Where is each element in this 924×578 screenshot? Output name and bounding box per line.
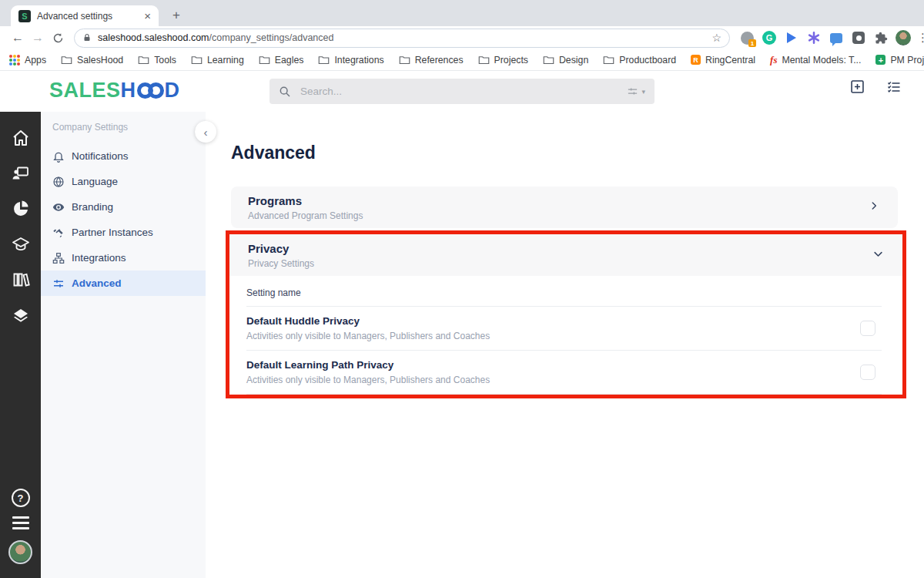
setting-description: Activities only visible to Managers, Pub… xyxy=(246,331,490,341)
bookmark-saleshood[interactable]: SalesHood xyxy=(61,55,123,66)
url-domain: saleshood.saleshood.com xyxy=(98,32,209,43)
folder-icon xyxy=(399,55,410,65)
sidebar-item-partner-instances[interactable]: Partner Instances xyxy=(41,220,206,245)
arrow-extension-icon[interactable] xyxy=(784,30,799,45)
bookmark-apps[interactable]: Apps xyxy=(9,55,46,66)
back-icon[interactable]: ← xyxy=(8,28,28,48)
programs-panel[interactable]: Programs Advanced Program Settings xyxy=(231,187,898,228)
sidebar-item-branding[interactable]: Branding xyxy=(41,194,206,220)
browser-toolbar: ← → saleshood.saleshood.com/company_sett… xyxy=(0,26,924,49)
sitemap-icon xyxy=(52,252,65,264)
forward-icon[interactable]: → xyxy=(28,28,48,48)
column-header-setting-name: Setting name xyxy=(246,276,882,307)
address-bar[interactable]: saleshood.saleshood.com/company_settings… xyxy=(74,29,730,48)
url-path: /company_settings/advanced xyxy=(209,32,334,43)
notifier-extension-icon[interactable]: 1 xyxy=(739,30,755,45)
bookmark-references[interactable]: References xyxy=(399,55,464,66)
setting-name: Default Learning Path Privacy xyxy=(246,359,490,371)
extensions-puzzle-icon[interactable] xyxy=(873,30,889,45)
new-tab-button[interactable]: + xyxy=(166,5,186,25)
bookmark-design[interactable]: Design xyxy=(543,55,588,66)
filter-sliders-icon xyxy=(626,86,639,97)
annotation-rectangle: Privacy Privacy Settings Setting name De… xyxy=(226,230,906,398)
programs-title: Programs xyxy=(248,194,363,207)
chat-extension-icon[interactable] xyxy=(829,30,844,45)
learning-path-privacy-checkbox[interactable] xyxy=(860,365,875,380)
sliders-icon xyxy=(52,277,65,290)
page-title: Advanced xyxy=(231,143,924,163)
sidebar-item-label: Integrations xyxy=(72,252,126,264)
sidebar-item-integrations[interactable]: Integrations xyxy=(41,245,206,271)
search-input[interactable] xyxy=(299,85,626,98)
sidebar-collapse-button[interactable]: ‹ xyxy=(195,121,216,143)
search-icon xyxy=(279,86,291,98)
home-icon[interactable] xyxy=(12,129,30,147)
privacy-panel-header[interactable]: Privacy Privacy Settings xyxy=(229,234,902,276)
sidebar-item-label: Branding xyxy=(72,201,113,213)
bookmark-projects[interactable]: Projects xyxy=(478,55,528,66)
coaching-icon[interactable] xyxy=(12,164,30,183)
setting-row-huddle-privacy: Default Huddle Privacy Activities only v… xyxy=(246,307,882,351)
search-filter-button[interactable]: ▾ xyxy=(626,86,645,97)
saleshood-logo[interactable]: SALESHD xyxy=(49,79,180,102)
sidebar-item-language[interactable]: Language xyxy=(41,169,206,194)
pie-chart-icon[interactable] xyxy=(12,200,30,218)
url-text: saleshood.saleshood.com/company_settings… xyxy=(98,32,705,43)
eye-icon xyxy=(52,201,65,213)
help-icon[interactable]: ? xyxy=(12,489,30,507)
bookmark-mental-models[interactable]: fsMental Models: T... xyxy=(770,54,861,66)
sidebar-item-notifications[interactable]: Notifications xyxy=(41,143,206,169)
library-icon[interactable] xyxy=(12,271,30,289)
setting-name: Default Huddle Privacy xyxy=(246,315,490,327)
logo-rings-icon xyxy=(137,82,164,99)
main-content: Advanced Programs Advanced Program Setti… xyxy=(206,112,924,578)
tab-title: Advanced settings xyxy=(37,11,139,22)
bookmark-ringcentral[interactable]: RRingCentral xyxy=(691,55,755,66)
browser-menu-icon[interactable]: ⋮ xyxy=(917,31,924,45)
globe-icon xyxy=(52,176,65,188)
sheets-icon: + xyxy=(875,55,886,65)
settings-section-label: Company Settings xyxy=(41,122,206,133)
graduation-cap-icon[interactable] xyxy=(12,235,30,254)
tasks-button[interactable] xyxy=(886,79,902,98)
sidebar-item-advanced[interactable]: Advanced xyxy=(41,271,206,296)
asterisk-extension-icon[interactable] xyxy=(806,30,822,45)
bookmark-productboard[interactable]: Productboard xyxy=(603,55,676,66)
camera-extension-icon[interactable] xyxy=(851,30,866,45)
handshake-icon xyxy=(52,227,65,239)
bookmark-pm-projects[interactable]: +PM Projects - Goo... xyxy=(875,55,924,66)
bookmark-star-icon[interactable]: ☆ xyxy=(711,32,721,44)
tab-close-icon[interactable]: × xyxy=(144,9,151,22)
setting-row-learning-path-privacy: Default Learning Path Privacy Activities… xyxy=(246,351,882,395)
folder-icon xyxy=(318,55,330,65)
bookmark-learning[interactable]: Learning xyxy=(191,55,244,66)
bookmark-eagles[interactable]: Eagles xyxy=(259,55,304,66)
sidebar-item-label: Notifications xyxy=(72,150,129,162)
layers-icon[interactable] xyxy=(12,306,30,324)
chevron-down-icon xyxy=(872,248,884,263)
browser-profile-avatar[interactable] xyxy=(896,30,911,45)
sidebar-item-label: Partner Instances xyxy=(72,227,153,238)
browser-tab[interactable]: S Advanced settings × xyxy=(11,5,159,26)
bookmark-integrations[interactable]: Integrations xyxy=(318,55,383,66)
global-search[interactable]: ▾ xyxy=(270,79,654,104)
rail-menu-icon[interactable] xyxy=(12,516,29,529)
sidebar-item-label: Language xyxy=(72,176,118,187)
add-box-icon xyxy=(849,79,865,95)
folder-icon xyxy=(138,55,149,65)
folder-icon xyxy=(543,55,554,65)
checklist-icon xyxy=(886,79,902,95)
app-header: SALESHD ▾ xyxy=(0,71,924,112)
folder-icon xyxy=(61,55,72,65)
extension-badge: 1 xyxy=(748,39,756,47)
bell-icon xyxy=(52,150,65,163)
bookmark-tools[interactable]: Tools xyxy=(138,55,176,66)
create-button[interactable] xyxy=(849,79,865,98)
reload-icon[interactable] xyxy=(48,28,68,48)
huddle-privacy-checkbox[interactable] xyxy=(860,321,875,336)
screenshot-root: S Advanced settings × + ← → saleshood.sa… xyxy=(0,0,924,578)
folder-icon xyxy=(259,55,270,65)
sidebar-item-label: Advanced xyxy=(72,277,122,289)
user-avatar[interactable] xyxy=(8,540,32,564)
grammarly-extension-icon[interactable]: G xyxy=(762,30,777,45)
